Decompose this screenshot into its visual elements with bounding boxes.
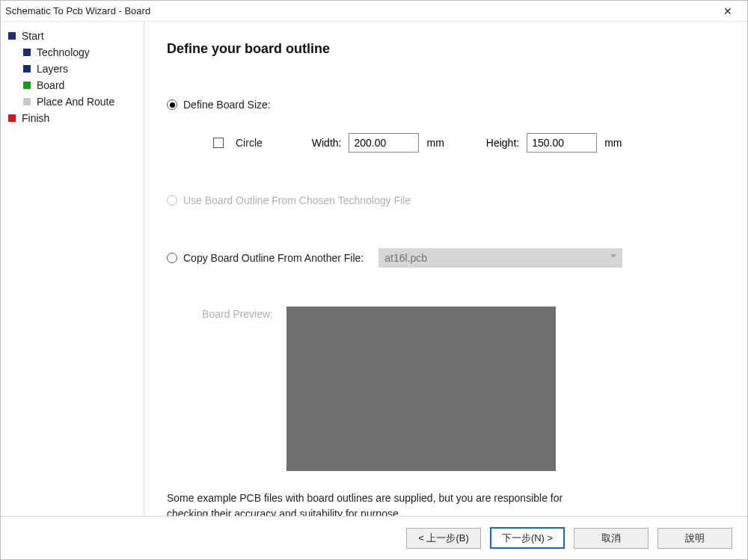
step-finish[interactable]: Finish: [4, 110, 141, 126]
width-label: Width:: [312, 137, 342, 149]
content-panel: Define your board outline Define Board S…: [144, 22, 747, 516]
step-marker-icon: [8, 32, 16, 40]
note-text: Some example PCB files with board outlin…: [167, 490, 563, 516]
radio-copy-outline[interactable]: [167, 253, 177, 263]
window-title: Schematic To Pcb Wizard - Board: [5, 5, 713, 16]
radio-use-technology-outline: [167, 195, 177, 206]
step-marker-icon: [23, 81, 31, 89]
width-unit: mm: [426, 137, 444, 149]
step-label: Place And Route: [37, 96, 114, 108]
wizard-window: Schematic To Pcb Wizard - Board ✕ Start …: [0, 0, 748, 560]
option-use-technology-outline: Use Board Outline From Chosen Technology…: [167, 194, 725, 206]
step-marker-icon: [23, 65, 31, 73]
wizard-steps-sidebar: Start Technology Layers Board Place And …: [1, 22, 144, 516]
step-board[interactable]: Board: [4, 77, 141, 93]
circle-checkbox[interactable]: [213, 138, 224, 148]
step-layers[interactable]: Layers: [4, 61, 141, 77]
option-label: Copy Board Outline From Another File:: [183, 252, 364, 264]
chevron-down-icon: [610, 254, 616, 258]
height-input[interactable]: [527, 133, 597, 153]
step-label: Start: [22, 30, 44, 42]
back-button[interactable]: < 上一步(B): [406, 528, 481, 549]
option-define-board-size[interactable]: Define Board Size:: [167, 99, 725, 111]
step-start[interactable]: Start: [4, 28, 141, 44]
radio-define-board-size[interactable]: [167, 99, 177, 110]
cancel-button[interactable]: 取消: [574, 528, 649, 549]
width-input[interactable]: [349, 133, 419, 153]
step-technology[interactable]: Technology: [4, 44, 141, 61]
step-label: Technology: [37, 46, 90, 58]
body: Start Technology Layers Board Place And …: [1, 22, 747, 516]
circle-label: Circle: [236, 137, 263, 149]
page-heading: Define your board outline: [167, 41, 725, 57]
height-label: Height:: [486, 137, 519, 149]
step-marker-icon: [23, 98, 31, 105]
step-place-and-route[interactable]: Place And Route: [4, 93, 141, 110]
option-label: Define Board Size:: [183, 99, 271, 111]
step-label: Board: [37, 79, 64, 91]
board-preview-row: Board Preview:: [167, 307, 725, 471]
board-size-row: Circle Width: mm Height: mm: [167, 133, 725, 153]
radio-dot-icon: [170, 102, 175, 108]
wizard-footer: < 上一步(B) 下一步(N) > 取消 說明: [1, 516, 747, 559]
step-marker-icon: [8, 114, 16, 122]
help-button[interactable]: 說明: [657, 528, 732, 549]
board-preview-canvas: [286, 307, 556, 471]
step-label: Layers: [37, 63, 68, 75]
step-label: Finish: [22, 112, 49, 124]
height-unit: mm: [604, 137, 622, 149]
copy-file-value: at16l.pcb: [384, 252, 427, 264]
step-marker-icon: [23, 49, 31, 56]
option-copy-outline[interactable]: Copy Board Outline From Another File: at…: [167, 248, 725, 268]
copy-file-combobox[interactable]: at16l.pcb: [378, 248, 622, 268]
board-preview-label: Board Preview:: [167, 307, 286, 320]
next-button[interactable]: 下一步(N) >: [490, 527, 565, 549]
option-label: Use Board Outline From Chosen Technology…: [183, 194, 411, 206]
close-icon[interactable]: ✕: [713, 5, 743, 17]
titlebar: Schematic To Pcb Wizard - Board ✕: [1, 1, 747, 22]
